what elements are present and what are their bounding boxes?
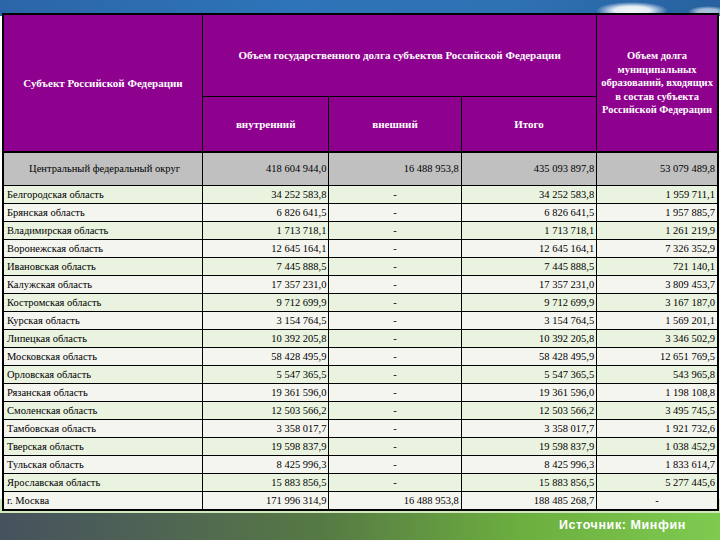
internal-value-cell: 19 361 596,0 (203, 384, 329, 402)
region-name-cell: Орловская область (3, 366, 203, 384)
region-name-cell: Центральный федеральный округ (3, 152, 203, 186)
external-value-cell: - (329, 276, 461, 294)
total-value-cell: 34 252 583,8 (461, 186, 596, 204)
region-name-cell: Воронежская область (3, 240, 203, 258)
table-row: Смоленская область12 503 566,2-12 503 56… (3, 402, 718, 420)
table-row: Тверская область19 598 837,9-19 598 837,… (3, 438, 718, 456)
region-name-cell: Липецкая область (3, 330, 203, 348)
municipal-value-cell: 1 038 452,9 (597, 438, 718, 456)
region-name-cell: Тверская область (3, 438, 203, 456)
total-value-cell: 58 428 495,9 (461, 348, 596, 366)
footer-band: Источник: Минфин (0, 513, 720, 540)
region-name-cell: Ивановская область (3, 258, 203, 276)
table-row: Брянская область6 826 641,5-6 826 641,51… (3, 204, 718, 222)
table-row: Ивановская область7 445 888,5-7 445 888,… (3, 258, 718, 276)
total-value-cell: 7 445 888,5 (461, 258, 596, 276)
municipal-value-cell: 1 261 219,9 (597, 222, 718, 240)
municipal-value-cell: 1 833 614,7 (597, 456, 718, 474)
total-value-cell: 19 361 596,0 (461, 384, 596, 402)
external-value-cell: - (329, 384, 461, 402)
external-value-cell: - (329, 474, 461, 492)
region-name-cell: Тамбовская область (3, 420, 203, 438)
total-value-cell: 19 598 837,9 (461, 438, 596, 456)
internal-value-cell: 6 826 641,5 (203, 204, 329, 222)
municipal-value-cell: 3 167 187,0 (597, 294, 718, 312)
internal-value-cell: 17 357 231,0 (203, 276, 329, 294)
debt-table: Субъект Российской Федерации Объем госуд… (2, 13, 719, 511)
total-value-cell: 3 154 764,5 (461, 312, 596, 330)
table-row: Костромская область9 712 699,9-9 712 699… (3, 294, 718, 312)
header-external: внешний (329, 96, 461, 152)
table-row: Воронежская область12 645 164,1-12 645 1… (3, 240, 718, 258)
total-value-cell: 6 826 641,5 (461, 204, 596, 222)
external-value-cell: - (329, 258, 461, 276)
municipal-value-cell: 1 921 732,6 (597, 420, 718, 438)
header-total: Итого (461, 96, 596, 152)
table-header: Субъект Российской Федерации Объем госуд… (3, 14, 718, 152)
total-value-cell: 1 713 718,1 (461, 222, 596, 240)
district-total-row: Центральный федеральный округ418 604 944… (3, 152, 718, 186)
table-row: Липецкая область10 392 205,8-10 392 205,… (3, 330, 718, 348)
municipal-value-cell: 12 651 769,5 (597, 348, 718, 366)
table-row: Белгородская область34 252 583,8-34 252 … (3, 186, 718, 204)
total-value-cell: 435 093 897,8 (461, 152, 596, 186)
header-internal: внутренний (203, 96, 329, 152)
header-subject: Субъект Российской Федерации (3, 14, 203, 152)
region-name-cell: Костромская область (3, 294, 203, 312)
municipal-value-cell: 3 346 502,9 (597, 330, 718, 348)
external-value-cell: - (329, 330, 461, 348)
internal-value-cell: 171 996 314,9 (203, 492, 329, 511)
total-value-cell: 15 883 856,5 (461, 474, 596, 492)
internal-value-cell: 12 645 164,1 (203, 240, 329, 258)
total-value-cell: 8 425 996,3 (461, 456, 596, 474)
region-name-cell: Владимирская область (3, 222, 203, 240)
internal-value-cell: 418 604 944,0 (203, 152, 329, 186)
external-value-cell: - (329, 366, 461, 384)
municipal-value-cell: 1 959 711,1 (597, 186, 718, 204)
source-note: Источник: Минфин (559, 518, 686, 532)
table-row: Калужская область17 357 231,0-17 357 231… (3, 276, 718, 294)
external-value-cell: - (329, 294, 461, 312)
table-row: Московская область58 428 495,9-58 428 49… (3, 348, 718, 366)
table-row: Ярославская область15 883 856,5-15 883 8… (3, 474, 718, 492)
municipal-value-cell: 3 495 745,5 (597, 402, 718, 420)
municipal-value-cell: 543 965,8 (597, 366, 718, 384)
municipal-value-cell: 7 326 352,9 (597, 240, 718, 258)
municipal-value-cell: 721 140,1 (597, 258, 718, 276)
table-row: Владимирская область1 713 718,1-1 713 71… (3, 222, 718, 240)
external-value-cell: - (329, 438, 461, 456)
internal-value-cell: 9 712 699,9 (203, 294, 329, 312)
internal-value-cell: 3 154 764,5 (203, 312, 329, 330)
external-value-cell: - (329, 348, 461, 366)
internal-value-cell: 10 392 205,8 (203, 330, 329, 348)
internal-value-cell: 19 598 837,9 (203, 438, 329, 456)
total-value-cell: 12 645 164,1 (461, 240, 596, 258)
municipal-value-cell: 53 079 489,8 (597, 152, 718, 186)
table-body: Центральный федеральный округ418 604 944… (3, 152, 718, 510)
header-municipal-debt: Объем долга муниципальных образований, в… (597, 14, 718, 152)
municipal-value-cell: 1 957 885,7 (597, 204, 718, 222)
debt-table-container: Субъект Российской Федерации Объем госуд… (2, 13, 719, 511)
municipal-value-cell: 3 809 453,7 (597, 276, 718, 294)
total-value-cell: 10 392 205,8 (461, 330, 596, 348)
external-value-cell: - (329, 456, 461, 474)
region-name-cell: Брянская область (3, 204, 203, 222)
external-value-cell: - (329, 186, 461, 204)
region-name-cell: Калужская область (3, 276, 203, 294)
municipal-value-cell: 1 569 201,1 (597, 312, 718, 330)
region-name-cell: Ярославская область (3, 474, 203, 492)
table-row: г. Москва171 996 314,916 488 953,8188 48… (3, 492, 718, 511)
internal-value-cell: 58 428 495,9 (203, 348, 329, 366)
region-name-cell: Рязанская область (3, 384, 203, 402)
external-value-cell: - (329, 420, 461, 438)
external-value-cell: - (329, 402, 461, 420)
table-row: Тульская область8 425 996,3-8 425 996,31… (3, 456, 718, 474)
total-value-cell: 17 357 231,0 (461, 276, 596, 294)
external-value-cell: - (329, 312, 461, 330)
internal-value-cell: 15 883 856,5 (203, 474, 329, 492)
table-row: Орловская область5 547 365,5-5 547 365,5… (3, 366, 718, 384)
table-row: Тамбовская область3 358 017,7-3 358 017,… (3, 420, 718, 438)
total-value-cell: 12 503 566,2 (461, 402, 596, 420)
region-name-cell: Курская область (3, 312, 203, 330)
total-value-cell: 3 358 017,7 (461, 420, 596, 438)
